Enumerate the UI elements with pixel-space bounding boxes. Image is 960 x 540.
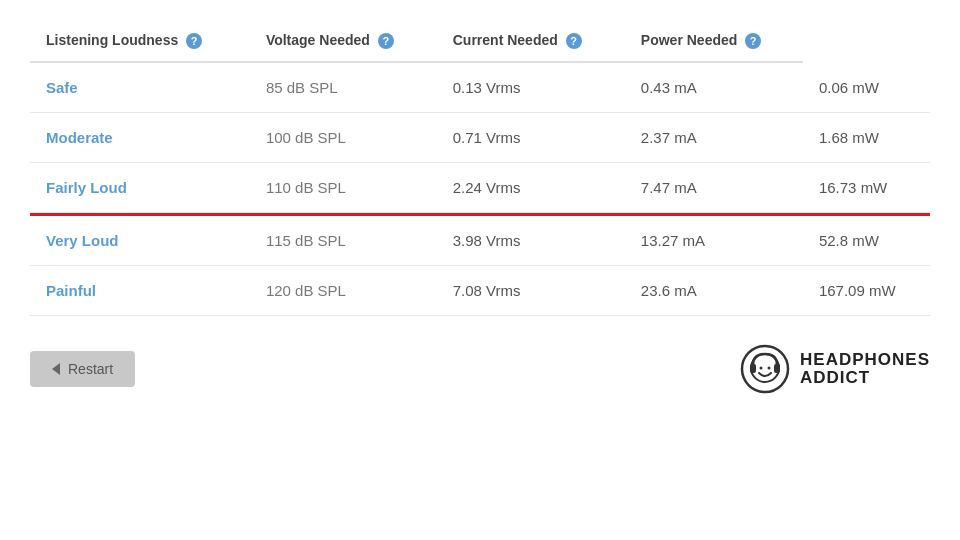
svg-point-4 <box>760 367 763 370</box>
table-header-row: Listening Loudness ? Voltage Needed ? Cu… <box>30 20 930 62</box>
cell-current: 23.6 mA <box>625 266 803 316</box>
cell-loudness-value: 115 dB SPL <box>250 216 437 266</box>
help-icon-current[interactable]: ? <box>566 33 582 49</box>
brand-icon-svg <box>740 344 790 394</box>
cell-voltage: 3.98 Vrms <box>437 216 625 266</box>
chevron-left-icon <box>52 363 60 375</box>
cell-loudness-value: 85 dB SPL <box>250 62 437 113</box>
table-row: Fairly Loud110 dB SPL2.24 Vrms7.47 mA16.… <box>30 163 930 213</box>
cell-loudness-label: Safe <box>30 62 250 113</box>
cell-loudness-label: Very Loud <box>30 216 250 266</box>
cell-current: 0.43 mA <box>625 62 803 113</box>
col-header-current: Current Needed ? <box>437 20 625 62</box>
cell-voltage: 2.24 Vrms <box>437 163 625 213</box>
cell-power: 52.8 mW <box>803 216 930 266</box>
cell-current: 13.27 mA <box>625 216 803 266</box>
cell-voltage: 0.71 Vrms <box>437 113 625 163</box>
cell-voltage: 7.08 Vrms <box>437 266 625 316</box>
svg-rect-2 <box>750 364 756 373</box>
brand-text: HEADPHONES ADDICT <box>800 351 930 388</box>
table-row: Painful120 dB SPL7.08 Vrms23.6 mA167.09 … <box>30 266 930 316</box>
help-icon-power[interactable]: ? <box>745 33 761 49</box>
cell-current: 7.47 mA <box>625 163 803 213</box>
cell-loudness-label: Moderate <box>30 113 250 163</box>
cell-loudness-value: 110 dB SPL <box>250 163 437 213</box>
cell-power: 0.06 mW <box>803 62 930 113</box>
loudness-table: Listening Loudness ? Voltage Needed ? Cu… <box>30 20 930 316</box>
table-row: Moderate100 dB SPL0.71 Vrms2.37 mA1.68 m… <box>30 113 930 163</box>
cell-power: 167.09 mW <box>803 266 930 316</box>
cell-loudness-value: 100 dB SPL <box>250 113 437 163</box>
help-icon-voltage[interactable]: ? <box>378 33 394 49</box>
table-row: Safe85 dB SPL0.13 Vrms0.43 mA0.06 mW <box>30 62 930 113</box>
col-header-power: Power Needed ? <box>625 20 803 62</box>
restart-button[interactable]: Restart <box>30 351 135 387</box>
cell-loudness-label: Painful <box>30 266 250 316</box>
cell-loudness-value: 120 dB SPL <box>250 266 437 316</box>
svg-rect-3 <box>774 364 780 373</box>
cell-loudness-label: Fairly Loud <box>30 163 250 213</box>
cell-power: 16.73 mW <box>803 163 930 213</box>
help-icon-loudness[interactable]: ? <box>186 33 202 49</box>
brand-logo: HEADPHONES ADDICT <box>740 344 930 394</box>
cell-current: 2.37 mA <box>625 113 803 163</box>
svg-point-5 <box>768 367 771 370</box>
cell-voltage: 0.13 Vrms <box>437 62 625 113</box>
bottom-bar: Restart HEADPHONES ADDICT <box>30 344 930 394</box>
cell-power: 1.68 mW <box>803 113 930 163</box>
col-header-voltage: Voltage Needed ? <box>250 20 437 62</box>
col-header-listening-loudness: Listening Loudness ? <box>30 20 250 62</box>
table-row: Very Loud115 dB SPL3.98 Vrms13.27 mA52.8… <box>30 216 930 266</box>
